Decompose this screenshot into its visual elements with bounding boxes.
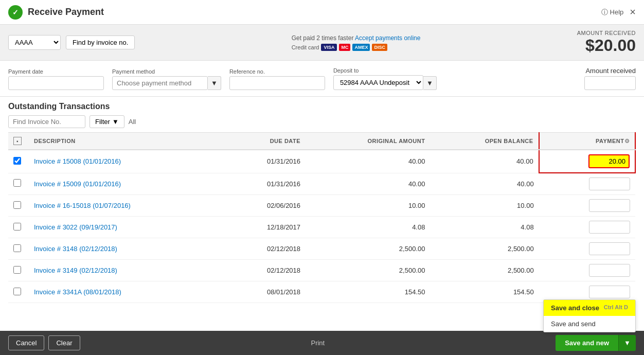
- filter-button[interactable]: Filter ▼: [90, 115, 124, 128]
- payment-cell: [539, 238, 635, 260]
- footer: Cancel Clear Print Save and new ▼ Save a…: [0, 331, 644, 355]
- payment-date-input[interactable]: 11/12/2018: [8, 76, 104, 90]
- payment-input[interactable]: [589, 242, 630, 255]
- reference-group: Reference no.: [229, 68, 325, 90]
- payment-method-group: Payment method ▼: [112, 68, 221, 90]
- payment-method-input[interactable]: [112, 76, 208, 90]
- promo-area: Get paid 2 times faster Accept payments …: [292, 34, 421, 51]
- cancel-button[interactable]: Cancel: [8, 335, 44, 350]
- original-amount-cell: 40.00: [306, 173, 430, 195]
- customer-dropdown[interactable]: AAAA: [8, 35, 61, 50]
- select-all-checkbox[interactable]: ▪: [13, 137, 22, 145]
- credit-cards-row: Credit card VISA MC AMEX DISC: [292, 44, 421, 51]
- amex-icon: AMEX: [352, 44, 370, 51]
- original-amount-header: ORIGINAL AMOUNT: [306, 133, 430, 150]
- row-checkbox[interactable]: [13, 244, 21, 252]
- save-and-new-arrow[interactable]: ▼: [618, 335, 636, 351]
- open-balance-cell: 154.50: [430, 281, 539, 303]
- close-button[interactable]: ×: [630, 6, 636, 18]
- payment-input[interactable]: [588, 154, 630, 168]
- payment-input[interactable]: [589, 286, 630, 298]
- row-checkbox[interactable]: [13, 201, 21, 209]
- payment-input[interactable]: [589, 199, 630, 212]
- original-amount-cell: 2,500.00: [306, 238, 430, 260]
- table-row: Invoice # 16-15018 (01/07/2016)02/06/201…: [8, 195, 635, 217]
- customer-select-input[interactable]: AAAA: [9, 36, 60, 49]
- invoice-link[interactable]: Invoice # 15009 (01/01/2016): [34, 180, 121, 188]
- deposit-select[interactable]: 52984 AAAA Undeposit: [333, 75, 423, 90]
- payment-cell: [539, 195, 635, 217]
- reference-input[interactable]: [229, 76, 325, 90]
- select-all-header[interactable]: ▪: [8, 133, 29, 150]
- save-and-close-option[interactable]: Save and close Ctrl Alt D: [544, 300, 635, 316]
- discover-icon: DISC: [372, 44, 387, 51]
- visa-icon: VISA: [321, 44, 337, 51]
- original-amount-cell: 4.08: [306, 217, 430, 238]
- table-row: Invoice # 3148 (02/12/2018)02/12/20182,5…: [8, 238, 635, 260]
- original-amount-cell: 10.00: [306, 195, 430, 217]
- open-balance-cell: 2,500.00: [430, 260, 539, 281]
- deposit-arrow-icon[interactable]: ▼: [423, 76, 437, 90]
- payment-method-arrow[interactable]: ▼: [208, 76, 221, 90]
- help-button[interactable]: ⓘ Help: [601, 8, 624, 17]
- app-logo: ✓: [8, 5, 23, 20]
- invoice-link[interactable]: Invoice # 15008 (01/01/2016): [34, 157, 121, 165]
- due-date-cell: 08/01/2018: [225, 281, 306, 303]
- find-by-button[interactable]: Find by invoice no.: [66, 36, 135, 49]
- open-balance-cell: 10.00: [430, 195, 539, 217]
- invoice-link[interactable]: Invoice # 3341A (08/01/2018): [34, 288, 121, 296]
- payment-cell: [539, 260, 635, 281]
- description-header: DESCRIPTION: [29, 133, 225, 150]
- invoice-link[interactable]: Invoice # 3149 (02/12/2018): [34, 267, 117, 274]
- due-date-cell: 01/31/2016: [225, 173, 306, 195]
- table-row: Invoice # 15009 (01/01/2016)01/31/201640…: [8, 173, 635, 195]
- due-date-cell: 02/06/2016: [225, 195, 306, 217]
- mastercard-icon: MC: [339, 44, 350, 51]
- row-checkbox[interactable]: [13, 157, 21, 165]
- gear-icon[interactable]: ⚙: [624, 138, 630, 145]
- payment-input[interactable]: [589, 221, 630, 234]
- outstanding-section: Outstanding Transactions Filter ▼ All ▪ …: [0, 97, 644, 331]
- table-row: Invoice # 3341A (08/01/2018)08/01/201815…: [8, 281, 635, 303]
- table-row: Invoice # 3149 (02/12/2018)02/12/20182,5…: [8, 260, 635, 281]
- footer-left: Cancel Clear: [8, 335, 80, 350]
- invoice-link[interactable]: Invoice # 16-15018 (01/07/2016): [34, 202, 131, 209]
- invoice-link[interactable]: Invoice # 3022 (09/19/2017): [34, 223, 117, 231]
- page-title: Receive Payment: [28, 7, 104, 17]
- payment-header: PAYMENT ⚙: [539, 133, 635, 150]
- accept-payments-link[interactable]: Accept payments online: [355, 34, 420, 42]
- payment-input[interactable]: [589, 177, 630, 190]
- find-invoice-input[interactable]: [8, 115, 85, 128]
- save-and-new-button[interactable]: Save and new: [556, 335, 618, 351]
- amount-received-input[interactable]: 20.00: [584, 76, 636, 90]
- amount-received-input-group: Amount received 20.00: [584, 67, 636, 90]
- clear-button[interactable]: Clear: [48, 335, 80, 350]
- top-bar: AAAA Find by invoice no. Get paid 2 time…: [0, 25, 644, 61]
- row-checkbox[interactable]: [13, 223, 21, 230]
- get-paid-text: Get paid 2 times faster Accept payments …: [292, 34, 421, 42]
- outstanding-title: Outstanding Transactions: [8, 102, 636, 111]
- payment-date-label: Payment date: [8, 68, 104, 75]
- original-amount-cell: 2,500.00: [306, 260, 430, 281]
- deposit-label: Deposit to: [333, 67, 437, 74]
- invoice-link[interactable]: Invoice # 3148 (02/12/2018): [34, 245, 117, 253]
- save-and-send-option[interactable]: Save and send: [544, 316, 635, 332]
- row-checkbox[interactable]: [13, 288, 21, 295]
- open-balance-cell: 2,500.00: [430, 238, 539, 260]
- credit-card-label: Credit card: [292, 44, 319, 50]
- row-checkbox[interactable]: [13, 179, 21, 187]
- amount-received-label: AMOUNT RECEIVED: [577, 30, 636, 36]
- amount-received-value: $20.00: [577, 36, 636, 55]
- deposit-select-wrapper: 52984 AAAA Undeposit ▼: [333, 75, 437, 90]
- filter-label: Filter: [95, 118, 110, 126]
- due-date-cell: 02/12/2018: [225, 260, 306, 281]
- payment-cell: [539, 150, 635, 173]
- deposit-group: Deposit to 52984 AAAA Undeposit ▼: [333, 67, 437, 90]
- row-checkbox[interactable]: [13, 266, 21, 274]
- reference-label: Reference no.: [229, 68, 325, 75]
- print-link[interactable]: Print: [311, 339, 325, 347]
- form-area: Payment date 11/12/2018 Payment method ▼…: [0, 61, 644, 97]
- payment-method-label: Payment method: [112, 68, 221, 75]
- filter-row: Filter ▼ All: [8, 115, 636, 128]
- payment-input[interactable]: [589, 264, 630, 277]
